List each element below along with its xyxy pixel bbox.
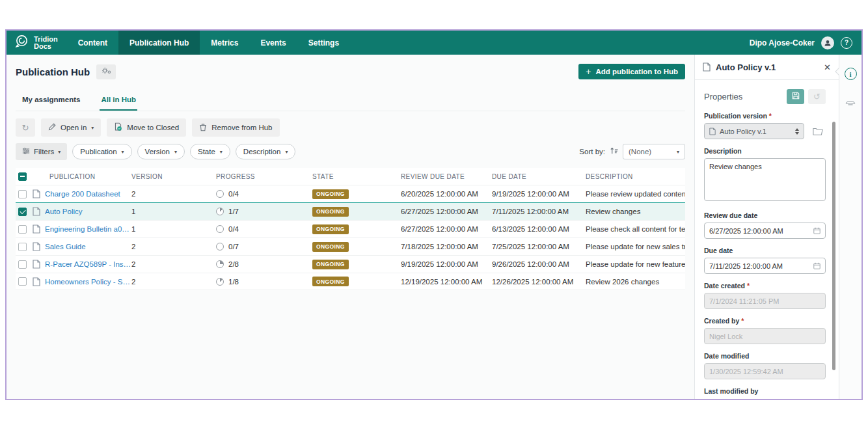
due-date-cell: 9/26/2025 12:00:00 AM <box>492 260 586 268</box>
app-window: Tridion Docs ContentPublication HubMetri… <box>5 29 863 400</box>
tab-all-in-hub[interactable]: All in Hub <box>100 93 137 111</box>
publication-link[interactable]: Sales Guide <box>45 243 86 251</box>
sort-icon[interactable] <box>610 146 618 157</box>
table-row[interactable]: Charge 200 Datasheet20/4ONGOING6/20/2025… <box>16 185 685 202</box>
progress-pie-icon <box>216 208 224 215</box>
progress-text: 0/4 <box>228 225 239 233</box>
description-cell: Please update for new sales tra... <box>586 243 685 251</box>
close-icon[interactable]: ✕ <box>824 62 831 72</box>
filters-button[interactable]: Filters ▾ <box>16 143 67 160</box>
save-button[interactable] <box>787 89 804 104</box>
due-date-cell: 7/25/2025 12:00:00 AM <box>492 243 586 251</box>
content-area: Publication Hub + Add publication to Hub… <box>7 55 694 399</box>
column-header[interactable]: VERSION <box>131 173 216 180</box>
publication-link[interactable]: Homeowners Policy - Stand... <box>45 278 131 286</box>
field-label: Created by* <box>704 317 826 325</box>
folder-icon[interactable] <box>810 124 826 139</box>
move-to-closed-button[interactable]: Move to Closed <box>107 118 186 137</box>
chevron-down-icon: ▾ <box>285 149 288 155</box>
publication-link[interactable]: Auto Policy <box>45 208 83 215</box>
column-header[interactable]: DUE DATE <box>492 173 586 180</box>
version-cell: 2 <box>131 260 216 268</box>
activity-icon[interactable] <box>845 97 856 109</box>
row-checkbox[interactable] <box>18 260 27 269</box>
select-all-checkbox[interactable] <box>18 172 27 181</box>
row-checkbox[interactable] <box>18 190 27 198</box>
column-header[interactable]: PUBLICATION <box>33 173 131 180</box>
table-row[interactable]: R-Pacer AZQ589P - Instruc...22/8ONGOING9… <box>16 255 685 273</box>
filter-pill-state[interactable]: State▾ <box>190 144 230 159</box>
nav-item-publication-hub[interactable]: Publication Hub <box>118 31 200 55</box>
review-due-date-cell: 6/27/2025 12:00:00 AM <box>401 225 492 233</box>
progress-pie-icon <box>216 225 224 233</box>
chevron-down-icon: ▾ <box>174 149 177 155</box>
version-cell: 2 <box>131 278 216 286</box>
plus-icon: + <box>586 68 591 75</box>
open-in-button[interactable]: Open in ▾ <box>41 118 101 137</box>
review-due-date-input[interactable]: 6/27/2025 12:00:00 AM <box>704 223 826 239</box>
filter-pill-publication[interactable]: Publication▾ <box>72 144 131 159</box>
trash-icon <box>199 123 207 133</box>
top-nav: Tridion Docs ContentPublication HubMetri… <box>7 31 861 55</box>
avatar-icon[interactable] <box>821 36 834 49</box>
field-label: Review due date <box>704 211 826 219</box>
filter-pill-description[interactable]: Description▾ <box>236 144 296 159</box>
row-checkbox[interactable] <box>18 208 27 216</box>
column-header[interactable]: DESCRIPTION <box>586 173 685 180</box>
description-cell: Please update for new feature <box>586 260 685 268</box>
nav-item-content[interactable]: Content <box>67 31 118 55</box>
table-header-row: PUBLICATION VERSION PROGRESS STATE REVIE… <box>16 168 685 185</box>
user-name[interactable]: Dipo Ajose-Coker <box>750 38 815 47</box>
row-checkbox[interactable] <box>18 225 27 234</box>
add-publication-button[interactable]: + Add publication to Hub <box>578 64 685 79</box>
refresh-button[interactable]: ↻ <box>16 118 35 137</box>
table-row[interactable]: Auto Policy11/7ONGOING6/27/2025 12:00:00… <box>16 202 685 220</box>
document-icon <box>33 242 40 251</box>
table-row[interactable]: Sales Guide20/7ONGOING7/18/2025 12:00:00… <box>16 237 685 255</box>
column-header[interactable]: STATE <box>312 173 401 180</box>
sliders-icon <box>22 147 30 156</box>
description-cell: Review changes <box>586 208 685 215</box>
help-icon[interactable]: ? <box>841 37 852 49</box>
chevron-down-icon: ▾ <box>58 149 61 155</box>
publication-version-select[interactable]: Auto Policy v.1 <box>704 123 804 139</box>
sort-select[interactable]: (None) ▾ <box>623 144 685 159</box>
publication-link[interactable]: Charge 200 Datasheet <box>45 190 120 198</box>
calendar-icon[interactable] <box>813 227 821 234</box>
row-checkbox[interactable] <box>18 277 27 286</box>
publication-link[interactable]: Engineering Bulletin a0008... <box>45 225 131 233</box>
progress-text: 1/7 <box>228 208 239 215</box>
due-date-input[interactable]: 7/11/2025 12:00:00 AM <box>704 258 826 274</box>
tab-my-assignments[interactable]: My assignments <box>21 93 81 111</box>
row-checkbox[interactable] <box>18 243 27 251</box>
remove-from-hub-button[interactable]: Remove from Hub <box>192 118 279 137</box>
progress-pie-icon <box>216 243 224 251</box>
info-icon[interactable]: i <box>845 68 857 80</box>
nav-right: Dipo Ajose-Coker ? <box>750 31 861 55</box>
brand-line1: Tridion <box>34 36 58 43</box>
nav-item-events[interactable]: Events <box>249 31 297 55</box>
brand[interactable]: Tridion Docs <box>7 31 67 55</box>
created-by-input: Nigel Lock <box>704 328 826 344</box>
description-textarea[interactable]: Review changes <box>704 158 826 201</box>
column-header[interactable]: PROGRESS <box>216 173 312 180</box>
progress-text: 1/8 <box>228 278 239 286</box>
table-row[interactable]: Homeowners Policy - Stand...21/8ONGOING1… <box>16 273 685 290</box>
panel-scrollbar[interactable] <box>832 122 835 370</box>
toolbar: ↻ Open in ▾ Move to Closed <box>16 118 685 137</box>
document-icon <box>33 260 40 269</box>
calendar-icon[interactable] <box>813 262 821 269</box>
filter-pill-version[interactable]: Version▾ <box>137 144 185 159</box>
filter-bar: Filters ▾ Publication▾Version▾State▾Desc… <box>16 143 685 160</box>
nav-item-metrics[interactable]: Metrics <box>200 31 249 55</box>
table-row[interactable]: Engineering Bulletin a0008...10/4ONGOING… <box>16 220 685 237</box>
column-header[interactable]: REVIEW DUE DATE <box>401 173 492 180</box>
date-modified-input: 1/30/2025 12:59:42 AM <box>704 363 826 379</box>
side-rail: i <box>839 55 861 399</box>
description-cell: Review 2026 changes <box>586 278 685 286</box>
publication-link[interactable]: R-Pacer AZQ589P - Instruc... <box>45 260 131 268</box>
nav-item-settings[interactable]: Settings <box>297 31 350 55</box>
hub-settings-button[interactable] <box>96 64 116 79</box>
description-cell: Please review updated content <box>586 190 685 198</box>
state-badge: ONGOING <box>312 260 349 269</box>
